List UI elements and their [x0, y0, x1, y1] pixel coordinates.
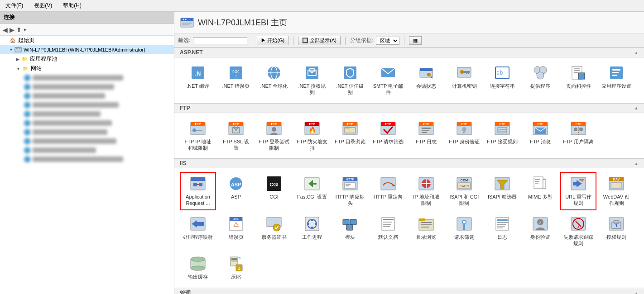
- sidebar-forward-btn[interactable]: ▶: [10, 26, 14, 33]
- icon-error-pages[interactable]: 404 ⚠ 错误页: [218, 212, 254, 251]
- sidebar-item-site4[interactable]: [0, 100, 174, 109]
- icon-worker-proc[interactable]: 工作进程: [294, 212, 330, 251]
- error-pages-label: 错误页: [229, 234, 244, 240]
- icon-ftp-ip[interactable]: FTP FTP IP 地址和域限制: [180, 117, 216, 155]
- svg-point-167: [463, 221, 466, 223]
- sidebar-item-server[interactable]: ▼ WIN-L7P0JLM1EBI (WIN-L7P0JLM1EBI\Admin…: [0, 45, 174, 54]
- view-btn[interactable]: ▦: [409, 36, 422, 45]
- icon-isapi-cgi[interactable]: COM ISAPI ISAPI 和 CGI 限制: [446, 172, 482, 210]
- icon-auth[interactable]: ✓ 身份验证: [522, 212, 558, 251]
- svg-rect-192: [231, 259, 237, 260]
- menu-help[interactable]: 帮助(H): [61, 1, 83, 10]
- icon-authz-rules[interactable]: 授权规则: [598, 212, 634, 251]
- icon-webdav[interactable]: DAV WebDAV 创作规则: [598, 172, 634, 210]
- icon-ftp-firewall[interactable]: FTP 🔥 FTP 防火墙支持: [294, 117, 330, 155]
- sidebar-item-site8[interactable]: [0, 137, 174, 146]
- icon-ftp-ssl[interactable]: FTP FTP SSL 设置: [218, 117, 254, 155]
- svg-rect-24: [420, 68, 433, 71]
- icon-http-response[interactable]: HTTP HTTP 响应标头: [332, 172, 368, 210]
- url-rewrite-icon: [570, 175, 586, 192]
- icon-req-filter[interactable]: 请求筛选: [446, 212, 482, 251]
- sidebar-item-site5[interactable]: [0, 109, 174, 119]
- category-iis: IIS ▲: [174, 158, 644, 287]
- net-auth-icon: [304, 65, 320, 81]
- sidebar-back-btn[interactable]: ◀: [3, 26, 8, 33]
- icon-modules[interactable]: 模块: [332, 212, 368, 251]
- show-all-btn[interactable]: 🔲 全部显示(A): [298, 36, 341, 45]
- icon-net-auth[interactable]: .NET 授权规则: [294, 61, 330, 100]
- svg-rect-102: [193, 183, 197, 186]
- svg-text:✓: ✓: [463, 130, 466, 134]
- icon-smtp[interactable]: SMTP 电子邮件: [370, 61, 406, 100]
- sidebar-item-sites[interactable]: ▼ 📁 网站: [0, 64, 174, 73]
- icon-logging[interactable]: 日志: [484, 212, 520, 251]
- icon-fail-req[interactable]: ✗ 失败请求跟踪规则: [560, 212, 596, 251]
- icon-net-compile[interactable]: .N .NET 编译: [180, 61, 216, 100]
- icon-dir-browse[interactable]: 目录浏览: [408, 212, 444, 251]
- svg-rect-41: [578, 73, 585, 79]
- collapse-management[interactable]: ▲: [634, 291, 639, 294]
- icon-asp[interactable]: ASP ASP: [218, 172, 254, 210]
- icon-isapi-filter[interactable]: ISAPI 筛选器: [484, 172, 520, 210]
- filter-input[interactable]: [193, 37, 247, 44]
- icon-ftp-log[interactable]: FTP FTP 日志: [408, 117, 444, 155]
- icon-ftp-dir[interactable]: FTP FTP 目录浏览: [332, 117, 368, 155]
- icon-url-rewrite[interactable]: URL 重写作规则: [560, 172, 596, 210]
- sidebar-item-site2[interactable]: [0, 82, 174, 91]
- collapse-aspnet[interactable]: ▲: [634, 50, 639, 55]
- sidebar-item-start-page[interactable]: 🏠 起始页: [0, 36, 174, 45]
- icon-handler-map[interactable]: 处理程序映射: [180, 212, 216, 251]
- icon-ftp-login[interactable]: FTP FTP 登录尝试限制: [256, 117, 292, 155]
- icon-net-global[interactable]: .NET 全球化: [256, 61, 292, 100]
- default-doc-icon: [380, 216, 396, 232]
- icon-http-redirect[interactable]: HTTP 重定向: [370, 172, 406, 210]
- icon-compress[interactable]: Z 压缩: [218, 252, 254, 284]
- menu-view[interactable]: 视图(V): [32, 1, 54, 10]
- sidebar-item-site3[interactable]: [0, 91, 174, 100]
- icon-conn-str[interactable]: ab 连接字符串: [484, 61, 520, 100]
- collapse-ftp[interactable]: ▲: [634, 105, 639, 110]
- sidebar-refresh-btn[interactable]: •: [24, 26, 26, 34]
- category-header-iis: IIS ▲: [174, 158, 644, 168]
- icon-cgi[interactable]: CGI CGI: [256, 172, 292, 210]
- icon-net-trust[interactable]: .NET 信任级别: [332, 61, 368, 100]
- sidebar-item-site9[interactable]: [0, 146, 174, 155]
- icon-fastcgi[interactable]: FastCGI 设置: [294, 172, 330, 210]
- svg-point-97: [574, 128, 577, 131]
- sidebar-item-site1[interactable]: [0, 73, 174, 82]
- icon-ftp-auth[interactable]: FTP ✓ FTP 身份验证: [446, 117, 482, 155]
- machine-key-icon: [456, 65, 472, 81]
- icon-machine-key[interactable]: 计算机密钥: [446, 61, 482, 100]
- svg-text:FTP: FTP: [271, 123, 277, 126]
- icon-ip-domain[interactable]: IP 地址和域限制: [408, 172, 444, 210]
- svg-rect-45: [612, 75, 617, 76]
- group-by-select[interactable]: 区域: [376, 37, 399, 45]
- icon-pages-ctrl[interactable]: 页面和控件: [560, 61, 596, 100]
- sidebar-item-app-pool[interactable]: ▶ 📁 应用程序池: [0, 54, 174, 64]
- collapse-iis[interactable]: ▲: [634, 161, 639, 166]
- icon-output-cache[interactable]: 输出缓存: [180, 252, 216, 284]
- svg-rect-116: [381, 177, 395, 190]
- icon-ftp-req[interactable]: FTP FTP 请求筛选: [370, 117, 406, 155]
- icon-session[interactable]: 会话状态: [408, 61, 444, 100]
- icon-default-doc[interactable]: 默认文档: [370, 212, 406, 251]
- svg-rect-150: [308, 223, 309, 225]
- sidebar-item-site7[interactable]: [0, 128, 174, 137]
- sidebar-item-site6[interactable]: [0, 119, 174, 128]
- arr-label: Application Request ...: [183, 194, 213, 207]
- icon-ftp-user-iso[interactable]: FTP FTP 用户隔离: [560, 117, 596, 155]
- icon-ftp-rules[interactable]: FTP FTP 接受规则: [484, 117, 520, 155]
- icon-providers[interactable]: 提供程序: [522, 61, 558, 100]
- svg-rect-129: [543, 180, 546, 189]
- icon-net-error[interactable]: 404 ⚠ .NET 错误页: [218, 61, 254, 100]
- icon-ftp-msg[interactable]: FTP FTP 消息: [522, 117, 558, 155]
- sidebar-up-btn[interactable]: ⬆: [16, 26, 22, 33]
- icon-mime[interactable]: MIME 多型: [522, 172, 558, 210]
- sidebar-item-site10[interactable]: [0, 155, 174, 164]
- menu-file[interactable]: 文件(F): [4, 1, 25, 10]
- icon-arr[interactable]: Application Request ...: [180, 172, 216, 210]
- toolbar: 筛选: ▶ 开始(G) 🔲 全部显示(A) 分组依据: 区域 ▦: [174, 34, 644, 47]
- start-btn[interactable]: ▶ 开始(G): [257, 36, 288, 45]
- icon-server-cert[interactable]: 服务器证书: [256, 212, 292, 251]
- icon-app-settings[interactable]: 应用程序设置: [598, 61, 634, 100]
